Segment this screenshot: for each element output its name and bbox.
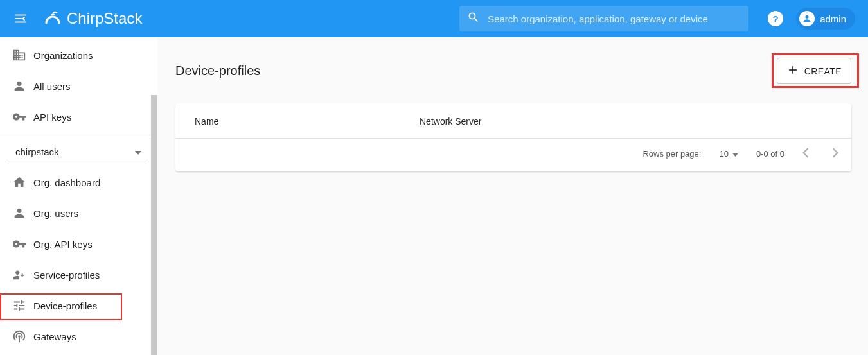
sidebar-item-label: Organizations [33,50,93,61]
sidebar-divider [0,135,157,135]
sidebar-item-device-profiles[interactable]: Device-profiles [0,290,157,321]
search-input[interactable] [488,13,741,24]
user-icon [5,79,33,93]
svg-point-3 [50,17,52,19]
sidebar-item-label: All users [33,81,71,92]
table-footer: Rows per page: 10 0-0 of 0 [175,139,851,171]
plus-icon [786,64,799,78]
org-selector-value: chirpstack [15,146,59,157]
create-button-label: CREATE [804,66,842,76]
data-table-card: Name Network Server Rows per page: 10 0-… [175,103,851,171]
sidebar-item-label: API keys [33,112,71,123]
antenna-icon [5,329,33,343]
menu-toggle-icon[interactable] [13,11,28,26]
page-title: Device-profiles [175,64,260,78]
brand-name: ChirpStack [67,10,142,28]
tune-icon [5,299,33,313]
create-button[interactable]: CREATE [777,58,851,84]
rows-per-page-label: Rows per page: [642,149,701,159]
sidebar-item-org-api-keys[interactable]: Org. API keys [0,229,157,259]
sidebar-item-gateways[interactable]: Gateways [0,321,157,352]
column-header-network-server[interactable]: Network Server [420,116,832,126]
user-icon [5,206,33,220]
sidebar-item-organizations[interactable]: Organizations [0,40,157,71]
sidebar-item-all-users[interactable]: All users [0,71,157,101]
rows-per-page-value: 10 [719,149,728,159]
rows-per-page-select[interactable]: 10 [719,149,738,159]
home-icon [5,175,33,189]
sidebar-item-org-users[interactable]: Org. users [0,198,157,229]
sidebar-item-org-dashboard[interactable]: Org. dashboard [0,167,157,198]
org-selector[interactable]: chirpstack [6,141,148,160]
sidebar-item-label: Service-profiles [33,270,100,281]
sidebar-item-label: Device-profiles [33,300,97,311]
sidebar-item-service-profiles[interactable]: Service-profiles [0,259,157,290]
pagination-range: 0-0 of 0 [756,149,784,159]
help-icon[interactable]: ? [768,11,783,26]
brand-logo[interactable]: ChirpStack [40,9,142,28]
scrollbar[interactable] [151,95,157,355]
prev-page-icon[interactable] [802,148,809,160]
sidebar-item-api-keys[interactable]: API keys [0,101,157,132]
main-content: Device-profiles CREATE Name Network Serv… [157,37,868,355]
search-box[interactable] [459,6,748,31]
account-avatar-icon [799,11,815,26]
account-menu[interactable]: admin [796,8,855,30]
next-page-icon[interactable] [832,148,838,160]
key-icon [5,237,33,251]
account-name: admin [820,13,846,24]
sidebar-item-label: Org. API keys [33,239,93,250]
sidebar-item-label: Gateways [33,331,76,342]
key-icon [5,110,33,124]
sidebar-item-label: Org. users [33,208,78,219]
search-icon [467,11,480,26]
chevron-down-icon [732,149,738,159]
people-icon [5,268,33,282]
app-header: ChirpStack ? admin [0,0,868,37]
column-header-name[interactable]: Name [195,116,420,126]
organizations-icon [5,48,33,62]
sidebar: Organizations All users API keys chirpst… [0,37,157,355]
chevron-down-icon [135,146,141,157]
table-header-row: Name Network Server [175,103,851,139]
sidebar-item-label: Org. dashboard [33,177,100,188]
